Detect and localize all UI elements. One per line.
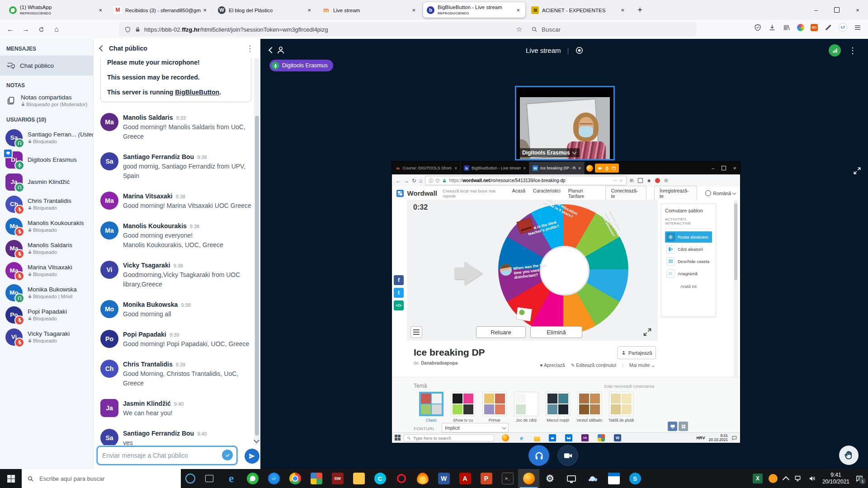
- theme-tile[interactable]: Vestul sălbatic: [576, 392, 603, 427]
- forward-button[interactable]: →: [19, 23, 33, 36]
- browser-tab[interactable]: M Recibidos (3) - sferrand850@gm ×: [110, 2, 212, 18]
- show-all-link[interactable]: Arată tot: [665, 284, 712, 289]
- action-center-icon[interactable]: 1: [855, 474, 863, 483]
- browser-tab[interactable]: (1) WhatsAppREPRODUCIENDO ×: [5, 2, 108, 18]
- webcam-toggle-button[interactable]: [557, 445, 578, 466]
- taskbar-app-opera[interactable]: [391, 469, 412, 488]
- sidebar-item-shared-notes[interactable]: Notas compartidas Bloqueado por (Moderad…: [0, 92, 93, 110]
- taskbar-app-photos[interactable]: [306, 469, 327, 488]
- shared-browser-tab[interactable]: bBigBlueButton - Live stream×: [461, 162, 529, 174]
- game-fullscreen-icon[interactable]: [642, 327, 652, 337]
- scroll-down-icon[interactable]: [254, 438, 259, 443]
- tab-close-icon[interactable]: ×: [523, 166, 526, 171]
- tab-close-icon[interactable]: ×: [306, 6, 313, 14]
- theme-tile[interactable]: Joc de cărți: [513, 392, 539, 427]
- template-item[interactable]: Roata aleatoare: [665, 231, 712, 243]
- theme-tile[interactable]: Miezul nopții: [545, 392, 571, 427]
- collapse-chat-icon[interactable]: [99, 45, 105, 52]
- taskbar-app-firefox[interactable]: [518, 469, 539, 488]
- forward-icon[interactable]: →: [404, 178, 409, 184]
- like-button[interactable]: ♥ Apreciază: [540, 362, 565, 368]
- shared-window-controls[interactable]: –×: [712, 166, 740, 171]
- reload-button[interactable]: [34, 23, 48, 36]
- more-button[interactable]: Mai multe ⌄: [629, 362, 655, 368]
- taskbar-app-skype[interactable]: [624, 469, 646, 488]
- extension-pen-icon[interactable]: [824, 23, 832, 32]
- eliminate-button[interactable]: Elimină: [530, 326, 582, 338]
- url-bar[interactable]: https://bbb-02.ffzg.hr/html5client/join?…: [119, 22, 528, 37]
- network-icon[interactable]: [794, 474, 802, 483]
- taskbar-app-display[interactable]: [561, 469, 582, 488]
- home-button[interactable]: ⌂: [50, 23, 63, 36]
- taskbar-app-word[interactable]: [433, 469, 454, 488]
- maximize-button[interactable]: [826, 0, 847, 20]
- user-list-item[interactable]: Ma Marina Vitsaxaki Bloqueado: [0, 259, 93, 282]
- user-list-item[interactable]: Ma Manolis Saldaris Bloqueado: [0, 237, 93, 259]
- close-button[interactable]: ×: [847, 0, 868, 20]
- taskbar-app-chrome[interactable]: [284, 469, 306, 488]
- webcam-video[interactable]: Digitools Erasmus: [515, 86, 615, 160]
- taskbar-app-webex[interactable]: [369, 469, 391, 488]
- chat-message-list[interactable]: Please mute your microphone! This sessio…: [94, 58, 253, 446]
- webcam-user-label[interactable]: Digitools Erasmus: [519, 148, 580, 157]
- register-button[interactable]: Înregistrează-te: [654, 186, 697, 201]
- user-avatar-toggle[interactable]: [269, 45, 286, 55]
- template-item[interactable]: Anagramă: [665, 268, 712, 279]
- adblock-icon[interactable]: [655, 178, 660, 183]
- raise-hand-button[interactable]: [839, 446, 859, 465]
- talking-indicator[interactable]: Digitools Erasmus: [269, 60, 333, 71]
- grid-icon[interactable]: [679, 422, 688, 431]
- user-list-item[interactable]: Ja Jasmin Klindžić: [0, 171, 93, 193]
- wordwall-nav-item[interactable]: Acasă: [512, 188, 525, 199]
- shared-taskbar-search[interactable]: Type here to search: [404, 434, 494, 441]
- webcam-fullscreen-icon[interactable]: [604, 89, 612, 96]
- home-icon[interactable]: ⌂: [419, 178, 422, 184]
- protections-shield-icon[interactable]: [754, 23, 762, 32]
- presentation-fullscreen-icon[interactable]: [853, 166, 862, 175]
- wordwall-nav-item[interactable]: Caracteristici: [533, 188, 561, 199]
- taskbar-app-powerpoint[interactable]: [476, 469, 497, 488]
- tab-close-icon[interactable]: ×: [201, 6, 208, 14]
- shared-taskbar-firefox-icon[interactable]: [502, 434, 509, 441]
- language-selector[interactable]: Română: [705, 190, 736, 196]
- game-menu-button[interactable]: [410, 326, 422, 338]
- reload-icon[interactable]: ↻: [412, 178, 416, 184]
- sidebar-item-public-chat[interactable]: Chat público: [0, 56, 93, 75]
- shared-taskbar-mail-icon[interactable]: [565, 434, 572, 441]
- shared-taskbar-word-icon[interactable]: [614, 434, 621, 441]
- account-icon[interactable]: ☻: [646, 178, 651, 183]
- browser-tab[interactable]: W El blog del Plástico ×: [214, 2, 316, 18]
- shared-taskbar-folder-icon[interactable]: [534, 436, 540, 441]
- bigbluebutton-link[interactable]: BigBlueButton: [175, 89, 219, 96]
- bookmark-star-icon[interactable]: ☆: [516, 25, 522, 33]
- shared-browser-tab[interactable]: mCourse: DIGITOOLS Short-term×: [392, 162, 461, 174]
- back-icon[interactable]: ←: [396, 178, 401, 184]
- facebook-share-button[interactable]: f: [394, 275, 404, 285]
- options-menu-icon[interactable]: ⋮: [849, 46, 857, 56]
- tab-close-icon[interactable]: ×: [578, 166, 581, 171]
- theme-tile[interactable]: Tablă de plută: [608, 392, 634, 427]
- shared-taskbar-store-icon[interactable]: [549, 434, 556, 441]
- browser-tab[interactable]: b BigBlueButton - Live streamREPRODUCIEN…: [423, 2, 525, 18]
- taskbar-app-notes[interactable]: [348, 469, 369, 488]
- sidebar-icon[interactable]: [638, 178, 643, 183]
- menu-icon[interactable]: [854, 23, 862, 32]
- taskbar-app-edge[interactable]: [221, 469, 242, 488]
- taskbar-app-messenger[interactable]: [263, 469, 284, 488]
- wordwall-brand[interactable]: Wordwall: [407, 189, 437, 197]
- taskbar-app-onedrive[interactable]: [582, 469, 603, 488]
- shared-taskbar-photos-icon[interactable]: [598, 434, 605, 441]
- cortana-button[interactable]: [181, 469, 200, 488]
- tab-close-icon[interactable]: ×: [514, 6, 522, 14]
- new-tab-button[interactable]: +: [632, 5, 648, 15]
- tab-close-icon[interactable]: ×: [97, 6, 104, 14]
- notification-icon[interactable]: [731, 435, 737, 441]
- user-list-item[interactable]: Ma Manolis Koukourakis Bloqueado: [0, 215, 93, 237]
- excel-tray-icon[interactable]: [753, 474, 763, 483]
- library-icon[interactable]: [783, 23, 791, 32]
- keyboard-language[interactable]: HRV: [697, 436, 705, 440]
- connection-status-icon[interactable]: [829, 44, 841, 56]
- user-list-item[interactable]: Po Popi Papadaki Bloqueado: [0, 304, 93, 326]
- send-message-button[interactable]: [245, 449, 259, 464]
- user-list-item[interactable]: Di Digitools Erasmus: [0, 149, 93, 171]
